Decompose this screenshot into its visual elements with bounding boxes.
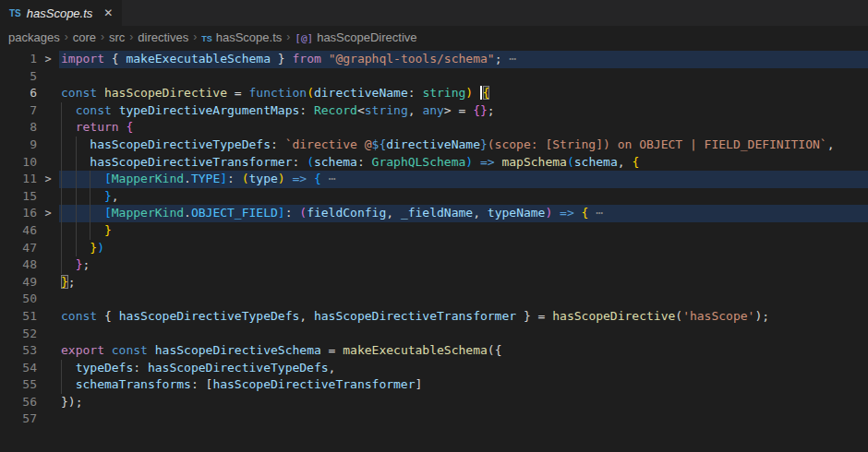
editor[interactable]: 1>import { makeExecutableSchema } from "… — [0, 48, 868, 428]
code-token: ; — [68, 275, 76, 289]
line-number: 1 — [0, 51, 37, 68]
code-token: ; — [488, 103, 495, 117]
gutter: 15 — [0, 188, 59, 206]
code-token: = — [321, 343, 343, 357]
fold-chevron-icon — [37, 137, 59, 154]
code-line: 54typeDefs: hasScopeDirectiveTypeDefs, — [0, 360, 868, 377]
code-token: any — [422, 103, 443, 117]
code-text[interactable]: return { — [59, 119, 868, 137]
code-token: < — [357, 103, 365, 117]
line-number: 47 — [0, 240, 37, 257]
code-token: } — [61, 275, 68, 289]
code-token: makeExecutableSchema — [126, 52, 271, 65]
fold-chevron-icon[interactable]: > — [37, 205, 59, 222]
gutter: 57 — [0, 410, 59, 428]
code-line: 56}); — [0, 394, 868, 411]
code-token: ] — [416, 377, 423, 391]
code-token: { — [483, 86, 490, 100]
code-text[interactable]: const typeDirectiveArgumentMaps: Record<… — [59, 102, 868, 120]
line-number: 50 — [0, 291, 37, 308]
symbol-icon: [@] — [295, 32, 313, 44]
code-token: ( — [242, 172, 249, 185]
code-line: 7const typeDirectiveArgumentMaps: Record… — [0, 102, 868, 120]
code-line: 10hasScopeDirectiveTransformer: (schema:… — [0, 154, 868, 172]
breadcrumb-item[interactable]: directives — [138, 30, 188, 44]
code-token: import — [61, 52, 104, 65]
code-token: hasScopeDirectiveSchema — [155, 343, 321, 357]
code-token: ( — [307, 155, 314, 169]
breadcrumb-item[interactable]: packages — [8, 30, 60, 44]
tab-close-icon[interactable]: ✕ — [103, 6, 113, 19]
code-text[interactable] — [59, 326, 868, 343]
breadcrumb-separator-icon: › — [60, 30, 73, 43]
code-text[interactable]: const hasScopeDirective = function(direc… — [59, 85, 868, 102]
code-text[interactable]: }) — [59, 240, 868, 257]
code-token: ] — [278, 206, 285, 220]
code-text[interactable]: export const hasScopeDirectiveSchema = m… — [59, 342, 868, 360]
code-token: ⋯ — [321, 172, 336, 185]
code-text[interactable]: hasScopeDirectiveTransformer: (schema: G… — [59, 154, 868, 172]
code-token: [ — [104, 206, 112, 220]
breadcrumb-file[interactable]: TShasScope.ts — [201, 30, 282, 44]
fold-chevron-icon — [37, 119, 59, 137]
code-token — [112, 103, 119, 117]
code-token: : — [292, 155, 307, 169]
code-token: string — [422, 86, 465, 100]
code-line: 6const hasScopeDirective = function(dire… — [0, 85, 868, 102]
breadcrumb-symbol-label: hasScopeDirective — [317, 30, 416, 44]
code-text[interactable]: import { makeExecutableSchema } from "@g… — [59, 51, 868, 68]
code-line: 5 — [0, 68, 868, 86]
code-text[interactable]: typeDefs: hasScopeDirectiveTypeDefs, — [59, 360, 868, 377]
gutter: 46 — [0, 222, 59, 240]
fold-chevron-icon — [37, 360, 59, 377]
line-number: 9 — [0, 137, 37, 154]
code-token: schemaTransforms — [76, 377, 191, 391]
code-text[interactable]: [MapperKind.OBJECT_FIELD]: (fieldConfig,… — [59, 205, 868, 222]
code-token — [321, 52, 329, 65]
code-token: const — [61, 86, 97, 100]
breadcrumb-symbol[interactable]: [@]hasScopeDirective — [295, 30, 416, 44]
code-text[interactable]: }; — [59, 256, 868, 274]
code-token — [307, 172, 314, 185]
code-text[interactable]: [MapperKind.TYPE]: (type) => { ⋯ — [59, 171, 868, 188]
gutter: 52 — [0, 326, 59, 343]
breadcrumb-item[interactable]: src — [109, 30, 125, 44]
line-number: 56 — [0, 394, 37, 411]
code-text[interactable]: }); — [59, 394, 868, 411]
line-number: 15 — [0, 188, 37, 206]
code-line: 9hasScopeDirectiveTypeDefs: `directive @… — [0, 137, 868, 154]
code-token: ) — [465, 155, 473, 169]
tab-hasscope[interactable]: TS hasScope.ts ✕ — [0, 0, 122, 26]
code-text[interactable] — [59, 68, 868, 86]
code-token: } — [104, 223, 112, 237]
fold-chevron-icon[interactable]: > — [37, 51, 59, 68]
code-token: directiveName — [314, 86, 408, 100]
code-text[interactable] — [59, 291, 868, 308]
code-token — [574, 206, 582, 220]
code-text[interactable]: hasScopeDirectiveTypeDefs: `directive @$… — [59, 137, 868, 154]
breadcrumb-item[interactable]: core — [73, 30, 96, 44]
code-line: 50 — [0, 291, 868, 308]
indent-guides — [61, 188, 104, 206]
gutter: 1> — [0, 51, 59, 68]
code-token: makeExecutableSchema — [343, 343, 488, 357]
code-token: type — [249, 172, 278, 185]
code-text[interactable]: }; — [59, 274, 868, 291]
code-text[interactable] — [59, 410, 868, 428]
code-token: MapperKind — [112, 206, 184, 220]
line-number: 49 — [0, 274, 37, 291]
code-text[interactable]: } — [59, 222, 868, 240]
code-text[interactable]: const { hasScopeDirectiveTypeDefs, hasSc… — [59, 308, 868, 326]
code-token: typeName — [488, 206, 546, 220]
code-token: OBJECT_FIELD — [191, 206, 278, 220]
indent-guides — [61, 171, 104, 188]
code-text[interactable]: schemaTransforms: [hasScopeDirectiveTran… — [59, 376, 868, 394]
indent-guides — [61, 137, 90, 154]
fold-chevron-icon — [37, 102, 59, 120]
code-text[interactable]: }, — [59, 188, 868, 206]
code-token: ) — [465, 86, 473, 100]
code-line: 8return { — [0, 119, 868, 137]
typescript-file-icon: TS — [201, 34, 212, 43]
fold-chevron-icon[interactable]: > — [37, 171, 59, 188]
code-token: function — [249, 86, 307, 100]
